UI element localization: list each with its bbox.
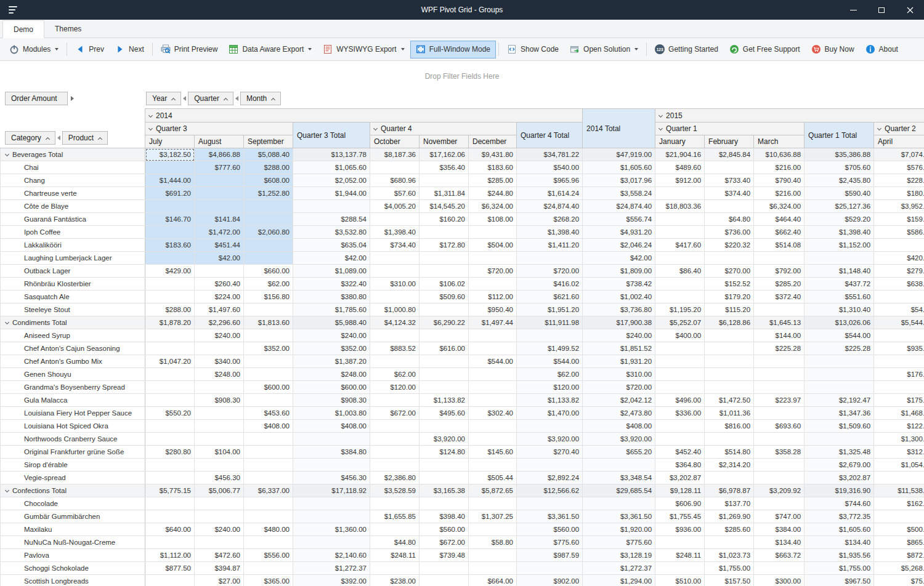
pivot-cell[interactable]: $24,874.40 <box>583 200 655 213</box>
pivot-cell[interactable]: $5,088.40 <box>244 148 293 161</box>
pivot-cell[interactable]: $480.00 <box>244 523 293 536</box>
pivot-cell[interactable] <box>705 381 754 394</box>
pivot-cell[interactable] <box>370 562 419 575</box>
pivot-cell[interactable]: $358.28 <box>754 446 804 459</box>
pivot-cell[interactable]: $672.00 <box>419 536 469 549</box>
pivot-cell[interactable]: $302.40 <box>469 407 517 420</box>
pivot-cell[interactable]: $514.08 <box>754 239 804 252</box>
pivot-cell[interactable] <box>195 174 244 187</box>
pivot-cell[interactable] <box>145 226 195 239</box>
row-header[interactable]: Beverages Total <box>1 148 145 161</box>
row-header[interactable]: Maxilaku <box>1 523 145 536</box>
pivot-cell[interactable]: $62.00 <box>517 368 583 381</box>
pivot-cell[interactable] <box>195 433 244 446</box>
pivot-cell[interactable]: $1,655.85 <box>370 510 419 523</box>
pivot-cell[interactable]: $1,252.80 <box>244 187 293 200</box>
pivot-cell[interactable] <box>195 536 244 549</box>
pivot-cell[interactable]: $408.00 <box>244 420 293 433</box>
pivot-cell[interactable] <box>517 420 583 433</box>
pivot-cell[interactable]: $2,386.80 <box>370 472 419 484</box>
pivot-cell[interactable]: $902.00 <box>517 575 583 586</box>
pivot-cell[interactable]: $3,920.00 <box>517 433 583 446</box>
pivot-cell[interactable] <box>754 381 804 394</box>
pivot-cell[interactable]: $228. <box>874 174 924 187</box>
pivot-cell[interactable]: $6,290.22 <box>419 316 469 329</box>
row-header[interactable]: Louisiana Fiery Hot Pepper Sauce <box>1 407 145 420</box>
column-header[interactable]: February <box>705 135 754 148</box>
column-header[interactable]: 2014 <box>145 109 583 122</box>
pivot-cell[interactable]: $3,558.24 <box>583 187 655 200</box>
row-header[interactable]: Sirop d'érable <box>1 459 145 472</box>
pivot-cell[interactable]: $248.11 <box>370 549 419 562</box>
pivot-cell[interactable] <box>754 472 804 484</box>
row-header[interactable]: Condiments Total <box>1 316 145 329</box>
pivot-cell[interactable]: $733.40 <box>705 174 754 187</box>
pivot-cell[interactable]: $18,803.36 <box>655 200 705 213</box>
pivot-cell[interactable]: $1,809.00 <box>583 265 655 278</box>
open-solution-button[interactable]: Open Solution <box>564 41 644 58</box>
pivot-cell[interactable]: $9,128.11 <box>655 484 705 497</box>
pivot-cell[interactable] <box>145 536 195 549</box>
pivot-cell[interactable]: $416.02 <box>517 278 583 291</box>
minimize-button[interactable] <box>839 0 867 20</box>
pivot-cell[interactable]: $11,538. <box>874 484 924 497</box>
pivot-cell[interactable] <box>655 187 705 200</box>
field-category[interactable]: Category <box>5 131 55 145</box>
pivot-cell[interactable]: $1,497.44 <box>469 316 517 329</box>
pivot-cell[interactable] <box>370 329 419 342</box>
pivot-cell[interactable] <box>469 394 517 407</box>
row-header[interactable]: Chef Anton's Cajun Seasoning <box>1 342 145 355</box>
pivot-cell[interactable]: $1,645.13 <box>754 316 804 329</box>
pivot-cell[interactable]: $8,187.36 <box>370 148 419 161</box>
row-header[interactable]: Aniseed Syrup <box>1 329 145 342</box>
pivot-cell[interactable]: $660.00 <box>244 265 293 278</box>
collapse-icon[interactable] <box>148 126 153 130</box>
pivot-cell[interactable]: $1,444.00 <box>145 174 195 187</box>
pivot-cell[interactable]: $489.60 <box>655 161 705 174</box>
pivot-cell[interactable]: $248.11 <box>655 549 705 562</box>
pivot-cell[interactable]: $664.00 <box>469 575 517 586</box>
pivot-cell[interactable] <box>145 161 195 174</box>
pivot-cell[interactable]: $505.44 <box>469 472 517 484</box>
pivot-cell[interactable]: $5,544. <box>874 316 924 329</box>
tab-demo[interactable]: Demo <box>2 20 44 38</box>
pivot-cell[interactable]: $529.20 <box>804 213 874 226</box>
pivot-cell[interactable]: $108.00 <box>469 213 517 226</box>
pivot-cell[interactable]: $220.32 <box>705 239 754 252</box>
column-header[interactable]: November <box>419 135 469 148</box>
pivot-cell[interactable]: $6,324.00 <box>469 200 517 213</box>
row-header[interactable]: Scottish Longbreads <box>1 575 145 586</box>
pivot-cell[interactable]: $2,060.80 <box>244 226 293 239</box>
pivot-cell[interactable]: $3,128.19 <box>583 549 655 562</box>
row-header[interactable]: Genen Shouyu <box>1 368 145 381</box>
pivot-cell[interactable]: $2,892.24 <box>517 472 583 484</box>
pivot-cell[interactable] <box>655 252 705 265</box>
collapse-icon[interactable] <box>373 126 378 130</box>
pivot-cell[interactable] <box>370 265 419 278</box>
pivot-cell[interactable]: $134.40 <box>804 536 874 549</box>
pivot-cell[interactable] <box>145 252 195 265</box>
pivot-cell[interactable] <box>804 433 874 446</box>
pivot-cell[interactable]: $1,311.84 <box>419 187 469 200</box>
pivot-cell[interactable] <box>655 536 705 549</box>
pivot-cell[interactable]: $260.40 <box>195 278 244 291</box>
pivot-cell[interactable]: $3,772.35 <box>804 510 874 523</box>
arrow-right-icon[interactable] <box>71 96 74 101</box>
pivot-cell[interactable] <box>244 433 293 446</box>
pivot-cell[interactable]: $1,133.82 <box>517 394 583 407</box>
pivot-cell[interactable]: $1,133.82 <box>419 394 469 407</box>
pivot-cell[interactable] <box>244 200 293 213</box>
pivot-cell[interactable]: $550.20 <box>145 407 195 420</box>
pivot-cell[interactable] <box>469 342 517 355</box>
pivot-cell[interactable] <box>145 575 195 586</box>
pivot-cell[interactable]: $3,532.80 <box>293 226 370 239</box>
pivot-cell[interactable]: $608.00 <box>244 174 293 187</box>
pivot-cell[interactable]: $739.48 <box>419 549 469 562</box>
row-header[interactable]: Côte de Blaye <box>1 200 145 213</box>
pivot-cell[interactable]: $600.00 <box>293 381 370 394</box>
pivot-cell[interactable]: $1,813.60 <box>244 316 293 329</box>
maximize-button[interactable] <box>867 0 896 20</box>
pivot-cell[interactable]: $877.50 <box>145 562 195 575</box>
pivot-cell[interactable]: $408.00 <box>293 420 370 433</box>
collapse-icon[interactable] <box>659 113 663 117</box>
